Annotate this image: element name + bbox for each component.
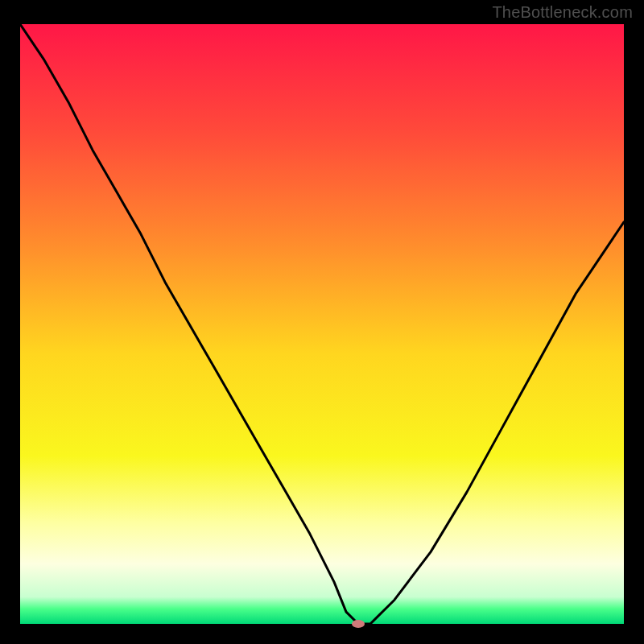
chart-frame: TheBottleneck.com bbox=[0, 0, 644, 644]
chart-canvas bbox=[0, 0, 644, 644]
optimal-marker bbox=[352, 620, 365, 628]
watermark-text: TheBottleneck.com bbox=[492, 3, 633, 22]
gradient-background bbox=[20, 24, 624, 624]
